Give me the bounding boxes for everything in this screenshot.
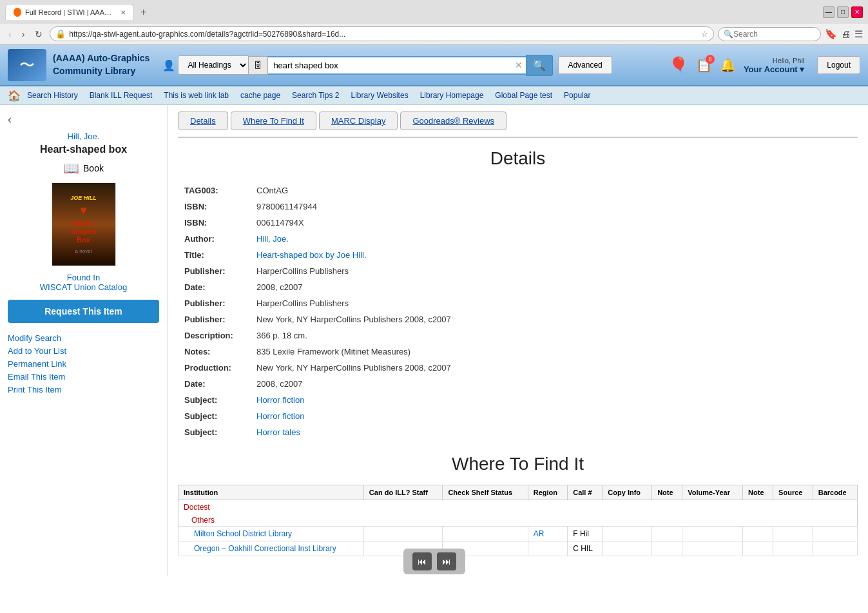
nav-library-websites[interactable]: Library Websites	[345, 89, 413, 102]
find-it-table: Institution Can do ILL? Staff Check Shel…	[178, 485, 858, 556]
details-table: TAG003:COntAG ISBN:9780061147944 ISBN:00…	[178, 182, 858, 441]
book-cover-image: JOE HILL ♥ Heart-ShapedBox a novel	[52, 182, 116, 266]
found-in-link[interactable]: Found In	[8, 273, 159, 282]
email-item-link[interactable]: Email This Item	[8, 372, 159, 382]
back-button[interactable]: ‹	[5, 28, 15, 41]
tab-where-to-find[interactable]: Where To Find It	[231, 112, 316, 130]
tab-bar: Details Where To Find It MARC Display Go…	[178, 105, 858, 138]
browser-search-input[interactable]	[733, 30, 811, 39]
table-row: Milton School District Library AR F Hil	[178, 527, 858, 541]
browser-search-box[interactable]: 🔍	[718, 27, 821, 41]
table-row: Publisher:HarperCollins Publishers	[179, 264, 856, 278]
tab-title: Full Record | STWI | AAAA | Aut...	[25, 8, 115, 16]
col-barcode: Barcode	[813, 485, 857, 500]
browser-nav-bar: ‹ › ↻ 🔒 https://qa-stwi-agent.auto-graph…	[0, 24, 868, 44]
search-type-icon-button[interactable]: 🗄	[249, 56, 268, 75]
window-controls: — □ ✕	[823, 6, 863, 18]
cover-title-text: Heart-ShapedBox	[71, 219, 97, 245]
lock-icon: 🔒	[55, 29, 66, 39]
browser-toolbar-icons: 🔖 🖨 ☰	[825, 28, 863, 40]
logout-button[interactable]: Logout	[817, 56, 860, 74]
permanent-link[interactable]: Permanent Link	[8, 359, 159, 369]
nav-search-history[interactable]: Search History	[22, 89, 83, 102]
subject-horror-fiction-2[interactable]: Horror fiction	[256, 411, 304, 421]
maximize-button[interactable]: □	[837, 6, 849, 18]
table-row: Oregon – Oakhill Correctional Inst Libra…	[178, 541, 858, 556]
table-row: Subject:Horror fiction	[179, 393, 856, 407]
table-row: Production:New York, NY HarperCollins Pu…	[179, 360, 856, 375]
add-to-list-link[interactable]: Add to Your List	[8, 346, 159, 356]
nav-popular[interactable]: Popular	[559, 89, 595, 102]
nav-blank-ill[interactable]: Blank ILL Request	[84, 89, 158, 102]
bookmark-mgr-icon[interactable]: 🔖	[825, 28, 837, 40]
search-clear-icon[interactable]: ✕	[512, 60, 526, 70]
institution-link-oregon[interactable]: Oregon – Oakhill Correctional Inst Libra…	[194, 544, 336, 553]
wave-icon: 〜	[19, 55, 35, 75]
group-row-others: Others	[178, 514, 858, 527]
search-icon: 🔍	[724, 30, 733, 39]
request-item-button[interactable]: Request This Item	[8, 300, 159, 323]
title-bar: Full Record | STWI | AAAA | Aut... ✕ + —…	[0, 0, 868, 24]
close-window-button[interactable]: ✕	[851, 6, 863, 18]
author-link[interactable]: Hill, Joe.	[8, 131, 159, 141]
find-it-title: Where To Find It	[178, 454, 858, 474]
content-area: Details Where To Find It MARC Display Go…	[168, 105, 868, 576]
main-search-input[interactable]	[268, 57, 512, 73]
nav-bar: 🏠 Search History Blank ILL Request This …	[0, 86, 868, 105]
bell-icon[interactable]: 🔔	[720, 57, 736, 73]
search-go-button[interactable]: 🔍	[526, 55, 553, 76]
book-type: 📖 Book	[8, 161, 159, 176]
browser-chrome: Full Record | STWI | AAAA | Aut... ✕ + —…	[0, 0, 868, 45]
chevron-down-icon: ▾	[800, 64, 804, 74]
nav-library-homepage[interactable]: Library Homepage	[415, 89, 489, 102]
details-title: Details	[178, 148, 858, 169]
nav-web-link-lab[interactable]: This is web link lab	[159, 89, 234, 102]
lightbulb-icon[interactable]: 🎈	[669, 56, 688, 74]
subject-horror-fiction-1[interactable]: Horror fiction	[256, 395, 304, 405]
home-icon[interactable]: 🏠	[8, 90, 21, 102]
table-row: Publisher:New York, NY HarperCollins Pub…	[179, 312, 856, 327]
author-detail-link[interactable]: Hill, Joe.	[256, 234, 289, 244]
nav-cache-page[interactable]: cache page	[235, 89, 285, 102]
prev-page-button[interactable]: ⏮	[412, 552, 432, 570]
address-bar[interactable]: 🔒 https://qa-stwi-agent.auto-graphics.co…	[50, 26, 714, 41]
browser-tab[interactable]: Full Record | STWI | AAAA | Aut... ✕	[5, 4, 134, 20]
table-row: Date:2008, c2007	[179, 280, 856, 295]
wiscat-link[interactable]: WISCAT Union Catalog	[8, 282, 159, 292]
tab-close-icon[interactable]: ✕	[121, 9, 126, 16]
table-row: Date:2008, c2007	[179, 376, 856, 391]
search-type-dropdown[interactable]: All Headings	[178, 55, 249, 75]
more-menu-icon[interactable]: ☰	[854, 28, 863, 40]
nav-global-test[interactable]: Global Page test	[490, 89, 557, 102]
modify-search-link[interactable]: Modify Search	[8, 333, 159, 343]
print-item-link[interactable]: Print This Item	[8, 385, 159, 394]
header-right: 🎈 📋 8 🔔 Hello, Phil Your Account ▾ Logou…	[669, 56, 860, 74]
table-row: TAG003:COntAG	[179, 183, 856, 198]
subject-horror-tales[interactable]: Horror tales	[256, 427, 300, 437]
reload-button[interactable]: ↻	[32, 28, 46, 41]
sidebar-links: Modify Search Add to Your List Permanent…	[8, 333, 159, 394]
main-container: ‹ Hill, Joe. Heart-shaped box 📖 Book JOE…	[0, 105, 868, 576]
nav-search-tips[interactable]: Search Tips 2	[287, 89, 344, 102]
print-icon[interactable]: 🖨	[841, 28, 851, 40]
tab-goodreads-reviews[interactable]: Goodreads® Reviews	[400, 112, 506, 130]
minimize-button[interactable]: —	[823, 6, 834, 18]
account-area[interactable]: Hello, Phil Your Account ▾	[744, 57, 804, 74]
col-region: Region	[528, 485, 568, 500]
back-arrow-icon[interactable]: ‹	[8, 113, 159, 126]
new-tab-button[interactable]: +	[137, 5, 150, 19]
person-search-icon[interactable]: 👤	[162, 59, 175, 72]
tab-details[interactable]: Details	[178, 112, 228, 130]
bookmark-icon[interactable]: ☆	[701, 30, 708, 39]
title-detail-link[interactable]: Heart-shaped box by Joe Hill.	[256, 250, 367, 260]
tab-marc-display[interactable]: MARC Display	[319, 112, 398, 130]
advanced-search-button[interactable]: Advanced	[558, 56, 612, 74]
url-text: https://qa-stwi-agent.auto-graphics.com/…	[69, 30, 701, 39]
cover-author-text: JOE HILL	[70, 195, 97, 201]
forward-button[interactable]: ›	[19, 28, 28, 41]
institution-link-milton[interactable]: Milton School District Library	[194, 529, 292, 538]
group-row-doctest: Doctest	[178, 500, 858, 515]
table-header-row: Institution Can do ILL? Staff Check Shel…	[178, 485, 858, 500]
next-page-button[interactable]: ⏭	[437, 552, 456, 570]
table-row: Notes:835 Lexile Framework (Mitinet Meas…	[179, 344, 856, 359]
